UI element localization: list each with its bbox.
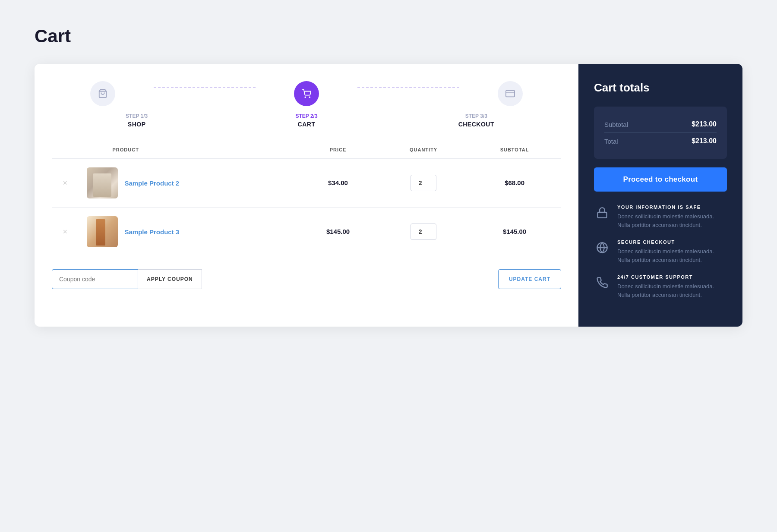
col-product: PRODUCT [78, 141, 297, 159]
svg-point-1 [305, 97, 306, 98]
cart-main: STEP 1/3 SHOP STEP 2/3 CART STEP 3/3 CHE… [35, 64, 578, 327]
subtotal-label: Subtotal [604, 121, 628, 128]
step-3-name: CHECKOUT [458, 121, 494, 128]
trust-secure-title: SECURE CHECKOUT [617, 239, 727, 245]
step-3-circle [498, 81, 523, 106]
step-2 [256, 81, 357, 106]
trust-item-support: 24/7 CUSTOMER SUPPORT Donec sollicitudin… [594, 274, 727, 299]
remove-product-1-button[interactable]: × [63, 179, 67, 187]
lock-icon [594, 205, 610, 221]
trust-support-desc: Donec sollicitudin molestie malesuada. N… [617, 282, 727, 299]
product-1-image [87, 167, 118, 198]
product-2-price: $145.00 [326, 228, 350, 235]
svg-rect-5 [598, 212, 607, 218]
product-1-subtotal: $68.00 [505, 179, 524, 186]
step-3 [459, 81, 561, 106]
step-1-name: SHOP [128, 121, 146, 128]
subtotal-row: Subtotal $213.00 [604, 116, 717, 133]
update-cart-button[interactable]: UPDATE CART [498, 269, 561, 289]
total-label: Total [604, 138, 618, 145]
remove-product-2-button[interactable]: × [63, 228, 67, 236]
coupon-input[interactable] [52, 269, 138, 289]
product-2-cell: Sample Product 3 [87, 216, 289, 247]
col-subtotal: SUBTOTAL [468, 141, 561, 159]
cart-wrapper: STEP 1/3 SHOP STEP 2/3 CART STEP 3/3 CHE… [35, 64, 742, 327]
svg-rect-3 [506, 91, 515, 97]
step-2-num: STEP 2/3 [295, 113, 317, 119]
page-title: Cart [35, 26, 742, 47]
product-2-image [87, 216, 118, 247]
product-1-quantity[interactable] [411, 175, 436, 191]
step-1 [52, 81, 154, 106]
product-1-price: $34.00 [328, 179, 348, 186]
step-3-num: STEP 3/3 [465, 113, 487, 119]
col-quantity: QUANTITY [379, 141, 468, 159]
table-row: × Sample Product 3 $145.00 [52, 208, 561, 256]
coupon-row: APPLY COUPON UPDATE CART [52, 269, 561, 289]
globe-icon [594, 239, 610, 256]
step-labels: STEP 1/3 SHOP STEP 2/3 CART STEP 3/3 CHE… [52, 113, 561, 128]
stepper [52, 81, 561, 106]
trust-safe-desc: Donec sollicitudin molestie malesuada. N… [617, 212, 727, 229]
cart-totals-title: Cart totals [594, 81, 727, 94]
phone-icon [594, 274, 610, 291]
trust-safe-title: YOUR INFORMATION IS SAFE [617, 205, 727, 210]
trust-support-title: 24/7 CUSTOMER SUPPORT [617, 274, 727, 280]
step-1-num: STEP 1/3 [126, 113, 148, 119]
total-row: Total $213.00 [604, 133, 717, 149]
svg-point-2 [309, 97, 310, 98]
product-2-quantity[interactable] [411, 224, 436, 240]
table-row: × Sample Product 2 $34.00 [52, 159, 561, 208]
checkout-button[interactable]: Proceed to checkout [594, 167, 727, 192]
trust-item-secure: SECURE CHECKOUT Donec sollicitudin moles… [594, 239, 727, 264]
col-price: PRICE [297, 141, 379, 159]
product-2-link[interactable]: Sample Product 3 [125, 228, 180, 236]
step-2-circle [294, 81, 319, 106]
cart-table: PRODUCT PRICE QUANTITY SUBTOTAL × Sample… [52, 141, 561, 256]
apply-coupon-button[interactable]: APPLY COUPON [138, 269, 202, 289]
total-value: $213.00 [692, 137, 717, 145]
step-label-2: STEP 2/3 CART [221, 113, 391, 128]
col-remove [52, 141, 78, 159]
step-line-1 [154, 87, 256, 88]
step-label-3: STEP 3/3 CHECKOUT [392, 113, 561, 128]
trust-secure-desc: Donec sollicitudin molestie malesuada. N… [617, 247, 727, 264]
step-label-1: STEP 1/3 SHOP [52, 113, 221, 128]
subtotal-value: $213.00 [692, 120, 717, 128]
product-1-cell: Sample Product 2 [87, 167, 289, 198]
cart-sidebar: Cart totals Subtotal $213.00 Total $213.… [578, 64, 742, 327]
step-line-2 [357, 87, 459, 88]
trust-item-safe: YOUR INFORMATION IS SAFE Donec sollicitu… [594, 205, 727, 229]
step-2-name: CART [298, 121, 316, 128]
step-1-circle [90, 81, 115, 106]
totals-section: Subtotal $213.00 Total $213.00 [594, 107, 727, 159]
product-2-subtotal: $145.00 [503, 228, 526, 235]
product-1-link[interactable]: Sample Product 2 [125, 179, 180, 187]
